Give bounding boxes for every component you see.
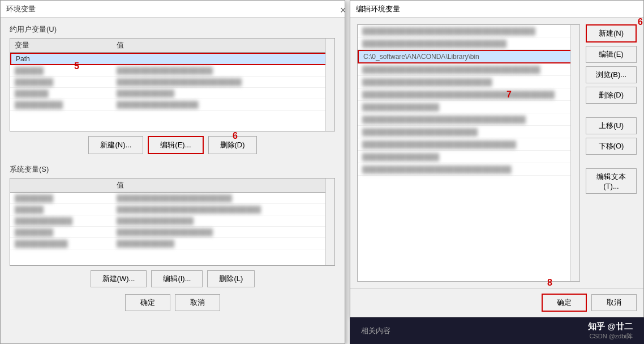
list-item-text: ████████████████ <box>362 103 439 111</box>
list-item-text: ███████████████████████████ <box>362 78 492 86</box>
ok-left-button[interactable]: 确定 <box>125 294 170 311</box>
delete-path-button[interactable]: 删除(D) <box>586 87 637 104</box>
table-row[interactable]: ██████ ████████████████████ <box>10 65 334 77</box>
user-header-var: 变量 <box>15 40 117 50</box>
list-item-selected[interactable]: C:\0_software\ANACONDA\Library\bin <box>358 50 579 63</box>
env-dialog-titlebar: 环境变量 <box>1 1 345 18</box>
brand-text: 知乎 @廿二 <box>588 321 633 332</box>
list-item[interactable]: ████████████████████████ <box>358 126 579 138</box>
related-label: 相关内容 <box>361 326 390 336</box>
down-path-button[interactable]: 下移(O) <box>586 138 637 155</box>
list-item-text: ██████████████████████████████████ <box>362 116 526 124</box>
sys-btn-row: 新建(W)... 编辑(I)... 删除(L) <box>10 270 336 287</box>
table-row[interactable]: ████████ ██████████████████████████ <box>10 77 334 88</box>
row-val: ████████████████████ <box>117 67 330 75</box>
edit-user-button[interactable]: 编辑(E)... <box>148 136 203 154</box>
row-val: ████████████ <box>117 90 330 97</box>
cancel-right-button[interactable]: 取消 <box>591 294 637 311</box>
bottom-bar: 相关内容 知乎 @廿二 CSDN @zdbi阵 <box>350 317 644 344</box>
browse-path-button[interactable]: 浏览(B)... <box>586 66 637 83</box>
row-var: ████████ <box>15 78 117 86</box>
list-item-text: █████████████████████████████████████ <box>362 66 540 74</box>
list-item-text: ████████████████ <box>362 153 439 161</box>
row-var: ██████████ <box>15 101 117 109</box>
list-item[interactable]: █████████████████████████████████████ <box>358 63 579 76</box>
table-row[interactable]: ████████ ████████████████████████ <box>10 193 334 204</box>
edit-dialog-footer: 8 确定 取消 <box>350 288 643 316</box>
annotation-5: 5 <box>74 61 79 71</box>
user-table-header: 变量 值 <box>10 39 334 53</box>
list-item[interactable]: ████████████████ <box>358 151 579 163</box>
list-item-text: ████████████████████████████████████ <box>362 27 535 35</box>
scrollbar[interactable] <box>325 179 334 265</box>
scrollbar[interactable] <box>570 25 579 281</box>
list-item[interactable]: ████████████████████████████████ <box>358 138 579 151</box>
user-btn-row: 新建(N)... 编辑(E)... 删除(D) <box>10 136 336 154</box>
edit-path-button[interactable]: 编辑(E) <box>586 46 637 63</box>
edit-dialog-title: 编辑环境变量 <box>356 4 400 14</box>
user-variables-table: 变量 值 Path ██████ ████████████████████ ██… <box>10 38 335 131</box>
row-val: ████████████████████████ <box>117 194 330 202</box>
cancel-left-button[interactable]: 取消 <box>175 294 220 311</box>
row-val: ██████████████████████████ <box>117 78 330 86</box>
table-row[interactable]: ██████ ██████████████████████████████ <box>10 204 334 215</box>
env-dialog-title: 环境变量 <box>6 4 339 14</box>
table-row[interactable]: ███████ ████████████ <box>10 88 334 99</box>
system-section-label: 系统变量(S) <box>10 164 336 175</box>
new-sys-button[interactable]: 新建(W)... <box>91 270 147 287</box>
list-item-text: ███████████████████████████████ <box>362 165 512 173</box>
user-section-label: 约用户变量(U) <box>10 24 336 35</box>
left-footer-btns: 确定 取消 <box>10 294 336 311</box>
annotation-7: 7 <box>506 90 512 100</box>
edit-dialog-body: ████████████████████████████████████ ███… <box>350 18 643 288</box>
list-item-text: ████████████████████████ <box>362 128 478 136</box>
row-val: █████████████████ <box>117 101 330 109</box>
list-item[interactable]: ████████████████ <box>358 101 579 113</box>
list-item[interactable]: ██████████████████████████████████ <box>358 113 579 126</box>
row-var: ██████ <box>15 206 117 214</box>
list-item-text: ██████████████████████████████ <box>362 40 506 48</box>
annotation-6a: 6 <box>233 131 238 141</box>
annotation-8: 8 <box>547 278 552 288</box>
row-val: ██████████████████████████████ <box>117 206 330 214</box>
list-item[interactable]: ██████████████████████████████ <box>358 37 579 50</box>
list-item[interactable]: ████████████████████████████████████████ <box>358 88 579 101</box>
annotation-6-topright: 6 <box>638 17 643 27</box>
row-var: ███████████ <box>15 240 117 248</box>
new-user-button[interactable]: 新建(N)... <box>88 136 143 154</box>
env-dialog-body: 约用户变量(U) 变量 值 Path ██████ ██████████████… <box>1 18 345 318</box>
row-var: ████████████ <box>15 217 117 225</box>
env-dialog: 环境变量 约用户变量(U) 变量 值 Path ██████ █████████… <box>0 0 345 344</box>
sys-table-header: 值 <box>10 179 334 193</box>
edit-side-buttons: 新建(N) 编辑(E) 浏览(B)... 删除(D) 上移(U) 下移(O) 编… <box>586 24 637 282</box>
row-var: ████████ <box>15 228 117 236</box>
edit-path-list: ████████████████████████████████████ ███… <box>357 24 580 282</box>
table-row[interactable]: Path <box>10 53 334 65</box>
new-path-button[interactable]: 新建(N) <box>586 24 637 43</box>
list-item[interactable]: ███████████████████████████ <box>358 76 579 88</box>
csdn-text: CSDN @zdbi阵 <box>588 332 633 341</box>
row-val: ████████████████████ <box>117 228 330 236</box>
row-var: ████████ <box>15 194 117 202</box>
delete-sys-button[interactable]: 删除(L) <box>207 270 255 287</box>
list-item[interactable]: ████████████████████████████████████ <box>358 25 579 37</box>
scrollbar[interactable] <box>325 39 334 131</box>
up-path-button[interactable]: 上移(U) <box>586 117 637 134</box>
table-row[interactable]: ████████████ ████████████████ <box>10 215 334 227</box>
table-row[interactable]: ██████████ █████████████████ <box>10 99 334 111</box>
sys-header-var <box>15 180 117 190</box>
edit-env-dialog: 编辑环境变量 6 ███████████████████████████████… <box>350 0 644 317</box>
sys-header-val: 值 <box>117 180 330 190</box>
list-item-text: ████████████████████████████████████████ <box>362 91 555 99</box>
dialog-separator: × <box>340 5 346 16</box>
user-header-val: 值 <box>117 40 330 50</box>
edit-sys-button[interactable]: 编辑(I)... <box>151 270 203 287</box>
table-row[interactable]: ████████ ████████████████████ <box>10 227 334 238</box>
edit-text-button[interactable]: 编辑文本(T)... <box>586 168 637 194</box>
row-val: ████████████ <box>117 240 330 248</box>
table-row[interactable]: ███████████ ████████████ <box>10 238 334 249</box>
list-item[interactable]: ███████████████████████████████ <box>358 163 579 176</box>
ok-right-button[interactable]: 确定 <box>542 294 587 312</box>
row-var: ███████ <box>15 90 117 97</box>
path-var-cell: Path <box>16 55 118 63</box>
